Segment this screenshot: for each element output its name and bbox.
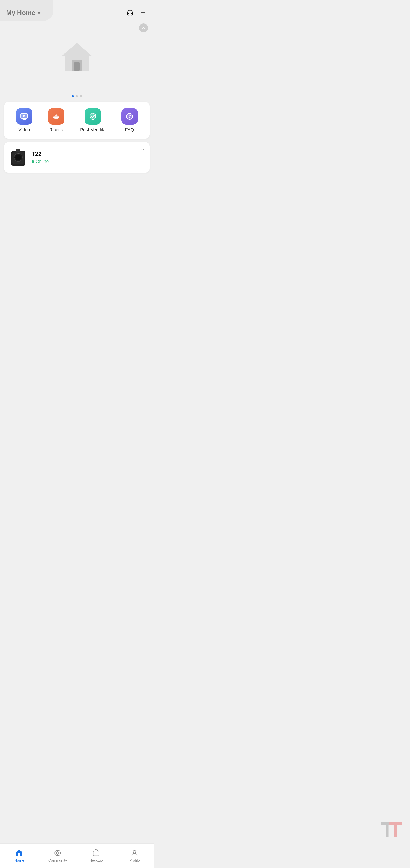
ricetta-icon [52,112,60,121]
svg-rect-19 [16,149,20,152]
headset-icon [127,9,133,16]
device-card[interactable]: T22 Online ··· [4,142,150,173]
action-ricetta[interactable]: Ricetta [48,108,64,132]
close-button[interactable] [139,23,148,32]
header-actions [125,8,148,17]
device-svg [9,147,28,168]
action-faq[interactable]: ? FAQ [121,108,138,132]
add-button[interactable] [138,8,148,17]
decorative-arc [0,0,53,25]
main-content [0,176,154,258]
house-image [61,41,93,71]
video-icon [20,112,28,121]
post-vendita-icon [89,112,97,121]
ricetta-label: Ricetta [49,127,63,132]
video-icon-wrapper [16,108,32,125]
faq-label: FAQ [125,127,134,132]
status-text: Online [36,159,49,164]
dot-2[interactable] [76,95,78,97]
svg-point-22 [18,153,19,154]
post-vendita-label: Post-Vendita [80,127,106,132]
faq-icon: ? [125,112,134,121]
close-icon [141,26,146,30]
hero-area [0,21,154,91]
svg-point-14 [56,114,57,115]
device-name: T22 [32,151,145,157]
dot-1[interactable] [72,95,74,97]
headset-button[interactable] [125,8,134,17]
plus-icon [140,9,146,16]
dot-3[interactable] [80,95,82,97]
action-video[interactable]: Video [16,108,32,132]
device-more-button[interactable]: ··· [139,146,145,152]
video-label: Video [19,127,30,132]
device-status: Online [32,159,145,164]
quick-actions-card: Video Ricetta Post-Vendita [4,102,150,138]
svg-point-21 [15,155,21,160]
post-vendita-icon-wrapper [85,108,101,125]
status-indicator [32,160,34,163]
house-icon [61,41,93,71]
pagination-dots [0,95,154,97]
device-image [9,147,28,168]
svg-rect-4 [74,62,80,70]
action-post-vendita[interactable]: Post-Vendita [80,108,106,132]
device-info: T22 Online [32,151,145,164]
svg-text:?: ? [128,114,131,119]
ricetta-icon-wrapper [48,108,64,125]
faq-icon-wrapper: ? [121,108,138,125]
